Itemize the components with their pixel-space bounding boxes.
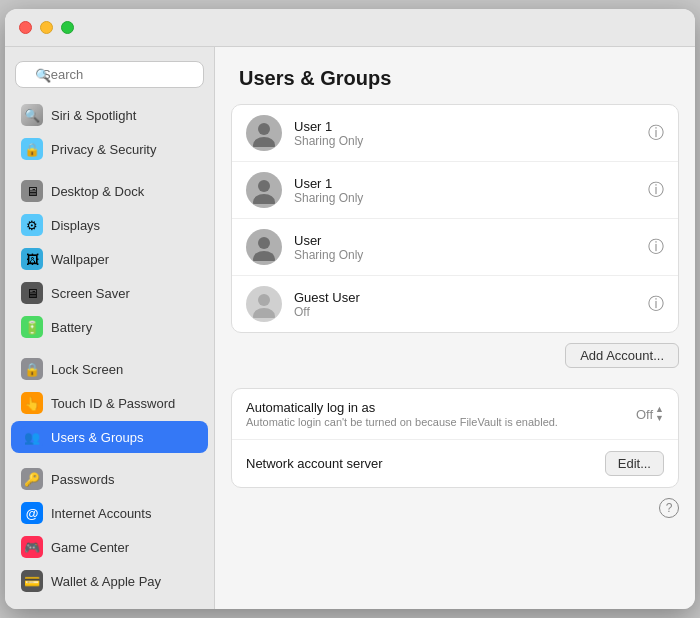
game-center-icon: 🎮 (21, 536, 43, 558)
help-button[interactable]: ? (659, 498, 679, 518)
avatar (246, 286, 282, 322)
user-info: User Sharing Only (294, 233, 636, 262)
sidebar-item-displays[interactable]: ⚙ Displays (11, 209, 208, 241)
sidebar-item-touch-id[interactable]: 👆 Touch ID & Password (11, 387, 208, 419)
user-info: User 1 Sharing Only (294, 176, 636, 205)
svg-point-5 (253, 251, 275, 261)
sidebar-item-keyboard[interactable]: ⌨ Keyboard (11, 607, 208, 609)
auto-login-value-text: Off (636, 407, 653, 422)
page-title: Users & Groups (239, 67, 671, 90)
users-groups-icon: 👥 (21, 426, 43, 448)
svg-point-4 (258, 237, 270, 249)
sidebar-item-label: Internet Accounts (51, 506, 151, 521)
auto-login-sublabel: Automatic login can't be turned on becau… (246, 416, 626, 428)
passwords-icon: 🔑 (21, 468, 43, 490)
sidebar-item-label: Lock Screen (51, 362, 123, 377)
sidebar-item-privacy-security[interactable]: 🔒 Privacy & Security (11, 133, 208, 165)
sidebar-item-label: Wallet & Apple Pay (51, 574, 161, 589)
sidebar-item-battery[interactable]: 🔋 Battery (11, 311, 208, 343)
avatar (246, 115, 282, 151)
user-name: User 1 (294, 119, 636, 134)
auto-login-row: Automatically log in as Automatic login … (232, 389, 678, 440)
sidebar-item-internet-accounts[interactable]: @ Internet Accounts (11, 497, 208, 529)
user-name: User (294, 233, 636, 248)
user-info: User 1 Sharing Only (294, 119, 636, 148)
main-header: Users & Groups (215, 47, 695, 104)
sidebar-item-label: Wallpaper (51, 252, 109, 267)
sidebar-item-label: Battery (51, 320, 92, 335)
sidebar-item-label: Siri & Spotlight (51, 108, 136, 123)
sidebar-item-label: Touch ID & Password (51, 396, 175, 411)
svg-point-2 (258, 180, 270, 192)
user-info: Guest User Off (294, 290, 636, 319)
auto-login-label-group: Automatically log in as Automatic login … (246, 400, 626, 428)
info-icon[interactable]: ⓘ (648, 237, 664, 258)
search-container: 🔍 (5, 55, 214, 98)
user-name: Guest User (294, 290, 636, 305)
sidebar-item-game-center[interactable]: 🎮 Game Center (11, 531, 208, 563)
table-row[interactable]: User 1 Sharing Only ⓘ (232, 105, 678, 162)
wallpaper-icon: 🖼 (21, 248, 43, 270)
stepper-arrows[interactable]: ▲ ▼ (655, 405, 664, 423)
sidebar-item-lock-screen[interactable]: 🔒 Lock Screen (11, 353, 208, 385)
sidebar-item-label: Screen Saver (51, 286, 130, 301)
close-button[interactable] (19, 21, 32, 34)
help-row: ? (215, 488, 695, 528)
sidebar-item-wallpaper[interactable]: 🖼 Wallpaper (11, 243, 208, 275)
table-row[interactable]: User 1 Sharing Only ⓘ (232, 162, 678, 219)
battery-icon: 🔋 (21, 316, 43, 338)
avatar (246, 172, 282, 208)
sidebar-item-label: Desktop & Dock (51, 184, 144, 199)
sidebar-item-label: Privacy & Security (51, 142, 156, 157)
edit-button[interactable]: Edit... (605, 451, 664, 476)
stepper-down-icon: ▼ (655, 414, 664, 423)
sidebar-item-screen-saver[interactable]: 🖥 Screen Saver (11, 277, 208, 309)
user-role: Sharing Only (294, 134, 636, 148)
maximize-button[interactable] (61, 21, 74, 34)
add-account-row: Add Account... (215, 333, 695, 378)
users-list: User 1 Sharing Only ⓘ User 1 Sharing (231, 104, 679, 333)
svg-point-1 (253, 137, 275, 147)
user-role: Off (294, 305, 636, 319)
search-input[interactable] (15, 61, 204, 88)
info-icon[interactable]: ⓘ (648, 180, 664, 201)
sidebar-item-desktop-dock[interactable]: 🖥 Desktop & Dock (11, 175, 208, 207)
network-account-row: Network account server Edit... (232, 440, 678, 487)
auto-login-label: Automatically log in as (246, 400, 626, 415)
svg-point-6 (258, 294, 270, 306)
add-account-button[interactable]: Add Account... (565, 343, 679, 368)
user-role: Sharing Only (294, 248, 636, 262)
network-account-label-group: Network account server (246, 456, 595, 471)
displays-icon: ⚙ (21, 214, 43, 236)
auto-login-value: Off ▲ ▼ (636, 405, 664, 423)
internet-accounts-icon: @ (21, 502, 43, 524)
sidebar-item-label: Passwords (51, 472, 115, 487)
user-name: User 1 (294, 176, 636, 191)
wallet-icon: 💳 (21, 570, 43, 592)
sidebar-item-label: Users & Groups (51, 430, 143, 445)
network-account-label: Network account server (246, 456, 595, 471)
lock-screen-icon: 🔒 (21, 358, 43, 380)
titlebar (5, 9, 695, 47)
user-role: Sharing Only (294, 191, 636, 205)
privacy-security-icon: 🔒 (21, 138, 43, 160)
sidebar-item-passwords[interactable]: 🔑 Passwords (11, 463, 208, 495)
sidebar-item-users-groups[interactable]: 👥 Users & Groups (11, 421, 208, 453)
desktop-dock-icon: 🖥 (21, 180, 43, 202)
sidebar-item-wallet[interactable]: 💳 Wallet & Apple Pay (11, 565, 208, 597)
minimize-button[interactable] (40, 21, 53, 34)
screen-saver-icon: 🖥 (21, 282, 43, 304)
sidebar-item-label: Game Center (51, 540, 129, 555)
sidebar: 🔍 🔍 Siri & Spotlight 🔒 Privacy & Securit… (5, 47, 215, 609)
table-row[interactable]: User Sharing Only ⓘ (232, 219, 678, 276)
main-window: 🔍 🔍 Siri & Spotlight 🔒 Privacy & Securit… (5, 9, 695, 609)
sidebar-item-label: Displays (51, 218, 100, 233)
info-icon[interactable]: ⓘ (648, 123, 664, 144)
settings-section: Automatically log in as Automatic login … (231, 388, 679, 488)
table-row[interactable]: Guest User Off ⓘ (232, 276, 678, 332)
sidebar-item-siri-spotlight[interactable]: 🔍 Siri & Spotlight (11, 99, 208, 131)
info-icon[interactable]: ⓘ (648, 294, 664, 315)
touch-id-icon: 👆 (21, 392, 43, 414)
search-wrap: 🔍 (15, 61, 204, 88)
siri-spotlight-icon: 🔍 (21, 104, 43, 126)
